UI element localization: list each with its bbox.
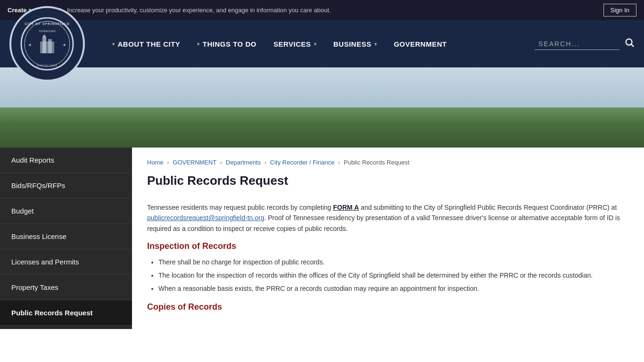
svg-rect-4 <box>40 41 54 53</box>
inspection-list: There shall be no charge for inspection … <box>147 257 629 294</box>
city-seal-icon: CITY OF SPRINGFIELD SINCE 1819 ★ ★ TENNE… <box>19 16 75 72</box>
inspection-item-1: There shall be no charge for inspection … <box>158 257 629 268</box>
about-chevron-icon: ▾ <box>112 41 115 47</box>
nav-business[interactable]: BUSINESS ▾ <box>325 20 385 67</box>
sidebar-item-public-records[interactable]: Public Records Request <box>0 300 132 326</box>
logo-circle: CITY OF SPRINGFIELD SINCE 1819 ★ ★ TENNE… <box>9 6 85 82</box>
svg-text:SINCE 1819: SINCE 1819 <box>37 64 57 67</box>
inspection-heading: Inspection of Records <box>147 241 629 251</box>
landscape-layer <box>0 67 644 148</box>
sidebar-item-budget[interactable]: Budget <box>0 198 132 224</box>
svg-point-11 <box>626 39 632 45</box>
nav-about[interactable]: ▾ ABOUT THE CITY <box>104 20 189 67</box>
svg-text:★: ★ <box>63 43 66 47</box>
svg-rect-5 <box>42 37 46 53</box>
business-chevron-icon: ▾ <box>374 41 377 47</box>
banner-description: - Increase your productivity, customize … <box>63 7 331 14</box>
breadcrumb-current: Public Records Request <box>344 159 409 166</box>
breadcrumb-sep-2: › <box>220 159 222 166</box>
svg-rect-6 <box>48 39 52 53</box>
intro-paragraph: Tennessee residents may request public r… <box>147 202 629 234</box>
email-link[interactable]: publicrecordsrequest@springfield-tn.org <box>147 214 264 222</box>
main-content: Audit Reports Bids/RFQs/RFPs Budget Busi… <box>0 148 644 329</box>
sidebar-item-licenses-permits[interactable]: Licenses and Permits <box>0 249 132 275</box>
search-input[interactable] <box>535 38 619 50</box>
sidebar-item-audit-reports[interactable]: Audit Reports <box>0 148 132 173</box>
content-area: Home › GOVERNMENT › Departments › City R… <box>132 148 644 329</box>
header: CITY OF SPRINGFIELD SINCE 1819 ★ ★ TENNE… <box>0 20 644 67</box>
breadcrumb-sep-3: › <box>264 159 266 166</box>
sign-in-button[interactable]: Sign In <box>603 4 636 16</box>
copies-heading: Copies of Records <box>147 302 629 312</box>
breadcrumb-departments[interactable]: Departments <box>226 159 261 166</box>
breadcrumb-government[interactable]: GOVERNMENT <box>173 159 216 166</box>
nav-things[interactable]: ▾ THINGS TO DO <box>189 20 265 67</box>
sidebar-item-business-license[interactable]: Business License <box>0 224 132 249</box>
services-chevron-icon: ▾ <box>314 41 317 47</box>
breadcrumb-home[interactable]: Home <box>147 159 164 166</box>
nav-services[interactable]: SERVICES ▾ <box>265 20 325 67</box>
svg-text:CITY OF SPRINGFIELD: CITY OF SPRINGFIELD <box>25 22 70 25</box>
breadcrumb-sep-4: › <box>338 159 340 166</box>
logo-container[interactable]: CITY OF SPRINGFIELD SINCE 1819 ★ ★ TENNE… <box>9 6 85 82</box>
inspection-item-3: When a reasonable basis exists, the PRRC… <box>158 283 629 295</box>
nav-government[interactable]: GOVERNMENT <box>385 20 455 67</box>
search-area <box>535 37 635 50</box>
search-button[interactable] <box>624 37 635 50</box>
page-title: Public Records Request <box>147 173 629 193</box>
hero-image <box>0 67 644 148</box>
sidebar-item-property-taxes[interactable]: Property Taxes <box>0 275 132 300</box>
inspection-item-2: The location for the inspection of recor… <box>158 270 629 281</box>
top-banner: Create an Account - Increase your produc… <box>0 0 644 20</box>
things-chevron-icon: ▾ <box>197 41 200 47</box>
svg-text:TENNESSEE: TENNESSEE <box>39 30 56 33</box>
sidebar: Audit Reports Bids/RFQs/RFPs Budget Busi… <box>0 148 132 329</box>
main-nav: ▾ ABOUT THE CITY ▾ THINGS TO DO SERVICES… <box>104 20 635 67</box>
svg-text:★: ★ <box>28 43 32 47</box>
breadcrumb: Home › GOVERNMENT › Departments › City R… <box>147 159 629 166</box>
svg-line-12 <box>631 44 634 47</box>
sidebar-item-bids[interactable]: Bids/RFQs/RFPs <box>0 173 132 198</box>
form-a-link[interactable]: FORM A <box>333 204 359 211</box>
breadcrumb-recorder-finance[interactable]: City Recorder / Finance <box>270 159 335 166</box>
breadcrumb-sep-1: › <box>167 159 169 166</box>
search-icon <box>624 37 635 48</box>
